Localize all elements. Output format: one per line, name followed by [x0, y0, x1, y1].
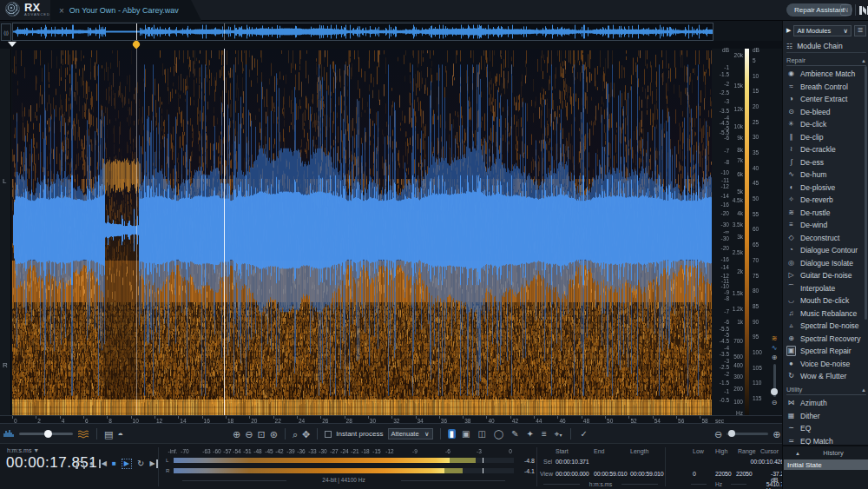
overview-expand-icon[interactable]: ⟨|⟩: [1, 23, 11, 41]
color-db-tick: 100: [753, 349, 762, 355]
play-icon[interactable]: ▶: [122, 459, 132, 469]
music-rebalance-icon[interactable]: ♫ Music Rebalance: [786, 307, 866, 320]
brush-selection-tool[interactable]: ✎: [510, 429, 520, 439]
de-reverb-icon[interactable]: ✧ De-reverb: [786, 194, 866, 207]
view-end-value[interactable]: 00:00:59.010: [594, 471, 627, 477]
amp-db-tick: -7: [724, 308, 729, 314]
go-to-end-icon[interactable]: ▶: [149, 459, 157, 468]
de-wind-icon[interactable]: ≡ De-wind: [786, 219, 866, 232]
amp-db-tick: -12: [721, 183, 729, 189]
high-value[interactable]: 22050: [715, 471, 731, 477]
module-filter-dropdown[interactable]: All Modules ∨: [793, 25, 852, 36]
zoom-out-icon[interactable]: ⊖: [245, 429, 253, 439]
view-length-value[interactable]: 00:00:59.010: [630, 471, 663, 477]
loop-icon[interactable]: ↻: [137, 459, 144, 468]
zoom-selection-icon[interactable]: ⊡: [257, 429, 265, 439]
de-crackle-icon[interactable]: ≀ De-crackle: [786, 143, 866, 156]
module-list-scrollbar[interactable]: [865, 66, 867, 320]
horizontal-zoom-slider[interactable]: [727, 433, 768, 435]
range-value[interactable]: 22050: [736, 471, 752, 477]
view-start-value[interactable]: 00:00:00.000: [556, 471, 589, 477]
ambience-match-icon[interactable]: ◉ Ambience Match: [786, 68, 866, 81]
start-marker-icon[interactable]: [8, 42, 16, 47]
dialogue-isolate-icon[interactable]: ◎ Dialogue Isolate: [786, 257, 866, 270]
spectral-recovery-icon[interactable]: ⊕ Spectral Recovery: [786, 333, 866, 346]
eq-icon[interactable]: ∼ EQ: [786, 422, 866, 435]
instant-process-checkbox[interactable]: [325, 431, 332, 438]
spectrogram-display[interactable]: [12, 49, 712, 415]
grab-tool-icon[interactable]: ✥: [302, 429, 310, 439]
marker-lane[interactable]: [0, 41, 782, 49]
spectrogram-color-scale: [745, 49, 749, 415]
preview-play-icon[interactable]: ▶: [786, 27, 791, 34]
dialogue-contour-icon[interactable]: ◔ Dialogue Contour: [786, 244, 866, 257]
azimuth-icon[interactable]: ⋈ Azimuth: [786, 397, 866, 410]
plugin-badge-icon[interactable]: N: [840, 4, 852, 16]
blend-slider-knob[interactable]: [44, 430, 52, 438]
monitor-headphones-icon[interactable]: [76, 461, 84, 467]
horizontal-zoom-in-icon[interactable]: ⊕: [773, 429, 780, 439]
module-chain-button[interactable]: ☷ Module Chain: [786, 40, 866, 53]
mouth-de-click-icon[interactable]: ◡ Mouth De-click: [786, 294, 866, 307]
record-icon[interactable]: ●: [89, 459, 94, 468]
sel-start-value[interactable]: 00:00:10.371: [556, 459, 589, 465]
lasso-selection-tool[interactable]: ◯: [492, 429, 505, 439]
layout-panel-icon[interactable]: ▤: [104, 429, 113, 439]
center-extract-icon[interactable]: ◑ Center Extract: [786, 93, 866, 106]
overview-waveform[interactable]: [13, 23, 713, 40]
de-click-icon[interactable]: ✳ De-click: [786, 118, 866, 131]
section-header-utility[interactable]: Utility▲: [786, 385, 866, 395]
history-item[interactable]: Initial State: [784, 459, 868, 470]
spectrogram-view-icon[interactable]: ≋: [772, 335, 778, 342]
interpolate-icon[interactable]: ⌒ Interpolate: [786, 282, 866, 295]
time-format-selector[interactable]: h:m:s.ms ▼: [7, 447, 39, 453]
spectral-repair-icon[interactable]: ▣ Spectral Repair: [786, 345, 866, 358]
time-frequency-selection-tool[interactable]: ▣: [460, 429, 471, 439]
history-collapse-icon[interactable]: ▲: [795, 451, 800, 456]
spectral-de-noise-icon[interactable]: ▵ Spectral De-noise: [786, 320, 866, 333]
dither-icon[interactable]: ▦ Dither: [786, 410, 866, 423]
amp-db-tick: -2: [724, 81, 729, 87]
vertical-zoom-slider[interactable]: [773, 364, 776, 397]
vertical-zoom-in-icon[interactable]: ⊕: [772, 354, 778, 361]
de-rustle-icon[interactable]: ≋ De-rustle: [786, 207, 866, 220]
commit-selection-icon[interactable]: ✓: [578, 429, 589, 439]
time-selection-tool[interactable]: ▮: [448, 429, 457, 439]
harmonic-selection-tool[interactable]: ≡: [540, 429, 549, 439]
waveform-spectrogram-blend-slider[interactable]: [19, 433, 73, 435]
zoom-fit-icon[interactable]: ⊛: [270, 429, 278, 439]
freq-tick: 500: [733, 354, 743, 360]
de-ess-icon[interactable]: ∫ De-ess: [786, 156, 866, 169]
magnify-tool-icon[interactable]: ⌕: [293, 429, 298, 439]
guitar-de-noise-icon[interactable]: ▷ Guitar De-noise: [786, 269, 866, 282]
section-header-repair[interactable]: Repair▲: [786, 56, 866, 66]
file-tab[interactable]: × On Your Own - Abby Carey.wav: [50, 0, 201, 21]
vertical-zoom-out-icon[interactable]: ⊖: [772, 400, 778, 406]
tab-close-icon[interactable]: ×: [59, 6, 64, 16]
tooltip-toggle-icon[interactable]: ◓: [117, 429, 123, 439]
draw-tool[interactable]: ⌖▾: [553, 429, 564, 439]
previous-icon[interactable]: ◀: [99, 459, 107, 468]
de-clip-icon[interactable]: ∥ De-clip: [786, 131, 866, 144]
horizontal-zoom-out-icon[interactable]: ⊖: [714, 429, 722, 439]
color-db-tick: 55: [753, 211, 759, 217]
de-bleed-icon[interactable]: ⊙ De-bleed: [786, 106, 866, 119]
de-plosive-icon[interactable]: ◖ De-plosive: [786, 182, 866, 195]
de-hum-icon[interactable]: ∿ De-hum: [786, 169, 866, 182]
wow-flutter-icon[interactable]: ↻ Wow & Flutter: [786, 370, 866, 383]
waveform-view-icon[interactable]: ∿: [772, 345, 778, 352]
freq-tick: 10k: [734, 123, 743, 129]
low-value[interactable]: 0: [693, 471, 696, 477]
module-panel-menu-icon[interactable]: ☰: [854, 25, 866, 36]
stop-icon[interactable]: ■: [112, 459, 116, 468]
zoom-in-icon[interactable]: ⊕: [233, 429, 240, 439]
frequency-selection-tool[interactable]: ◫: [476, 429, 487, 439]
deconstruct-icon[interactable]: ◇ Deconstruct: [786, 232, 866, 245]
process-mode-dropdown[interactable]: Attenuate ∨: [388, 428, 433, 439]
amp-db-tick: -14: [721, 264, 729, 270]
vertical-zoom-knob[interactable]: [771, 388, 778, 395]
breath-control-icon[interactable]: ≈ Breath Control: [786, 81, 866, 94]
voice-de-noise-icon[interactable]: ● Voice De-noise: [786, 358, 866, 371]
magic-wand-tool[interactable]: ✦: [525, 429, 536, 439]
horizontal-zoom-knob[interactable]: [728, 430, 735, 437]
